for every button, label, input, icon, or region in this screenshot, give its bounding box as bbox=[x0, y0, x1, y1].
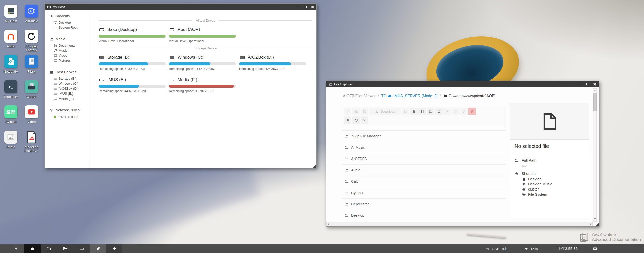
desktop-icon-writea[interactable]: WriteA bbox=[21, 80, 42, 105]
file-icon bbox=[540, 110, 559, 133]
paste-button[interactable] bbox=[410, 108, 418, 115]
drive-card-windows-c[interactable]: Windows (C:) Remaining space: 114.42G/30… bbox=[169, 55, 239, 71]
drive-card-base-desktop[interactable]: Base (Desktop) Virtual Drive, Operationa… bbox=[99, 27, 169, 43]
sidebar-item-network-192-168-0-126[interactable]: 192.168.0.126 bbox=[54, 115, 90, 119]
desktop-icon-filary[interactable]: Filary bbox=[21, 55, 42, 80]
sidebar-item-arozbox-d[interactable]: ArOZBox (D:) bbox=[54, 87, 90, 90]
shortcut-desktop-music[interactable]: Desktop Music bbox=[522, 182, 585, 186]
file-row[interactable]: Cyinput bbox=[342, 187, 506, 199]
close-icon[interactable] bbox=[311, 5, 314, 9]
scroll-down-icon[interactable] bbox=[594, 218, 596, 220]
horizontal-scrollbar[interactable] bbox=[326, 222, 593, 226]
minimize-icon[interactable] bbox=[579, 84, 582, 84]
desktop-icon-notepada[interactable]: NotepadA bbox=[1, 55, 21, 80]
delete-button[interactable] bbox=[468, 108, 476, 115]
volume-status[interactable]: 15% bbox=[525, 247, 538, 251]
desktop-icon-terminala[interactable]: >_ TerminalA bbox=[1, 80, 21, 105]
scroll-left-icon[interactable] bbox=[328, 223, 329, 225]
desktop-icon-label: AirMusic bbox=[25, 19, 38, 23]
rename-button[interactable] bbox=[452, 108, 459, 115]
drive-icon bbox=[239, 55, 245, 60]
sidebar-item-windows-c[interactable]: Windows (C:) bbox=[54, 82, 90, 85]
refresh-button[interactable] bbox=[352, 116, 360, 124]
new-folder-button[interactable] bbox=[427, 108, 434, 115]
taskbar-dropdown-icon[interactable] bbox=[14, 248, 18, 250]
desktop-icon-ffmpeg-factory[interactable]: FFmpeg Factory bbox=[21, 30, 42, 55]
desktop-icon-photo[interactable]: Photo bbox=[1, 131, 21, 156]
sidebar-item-pictures[interactable]: Pictures bbox=[54, 59, 90, 62]
swap-button[interactable] bbox=[460, 108, 468, 115]
resize-grip[interactable] bbox=[313, 164, 316, 168]
shortcut-cluster[interactable]: cluster bbox=[522, 187, 585, 191]
open-button[interactable] bbox=[352, 108, 360, 115]
shortcut-desktop[interactable]: Desktop bbox=[522, 177, 585, 181]
cyinput-glyph: 速型 bbox=[6, 109, 15, 115]
scrollbar-thumb[interactable] bbox=[593, 93, 597, 111]
file-row[interactable]: Audio bbox=[342, 165, 506, 176]
maximize-icon[interactable] bbox=[304, 6, 307, 8]
copy-button[interactable] bbox=[402, 108, 409, 115]
scroll-up-icon[interactable] bbox=[594, 90, 596, 91]
sidebar-item-desktop[interactable]: Desktop bbox=[54, 21, 90, 24]
sidebar-item-imus-e[interactable]: IMUS (E:) bbox=[54, 92, 90, 96]
drive-card-arozbox-d[interactable]: ArOZBox (D:) Remaining space: 424.36G/1.… bbox=[239, 55, 309, 71]
file-row[interactable]: AirMusic bbox=[342, 142, 506, 153]
shortcut-file-system[interactable]: File System bbox=[522, 192, 585, 196]
desktop-icon-video[interactable]: Video bbox=[21, 105, 42, 131]
file-row[interactable]: ArOZDFS bbox=[342, 153, 506, 165]
taskbar-app-folder[interactable] bbox=[41, 244, 57, 253]
taskbar-app-my-host[interactable] bbox=[73, 244, 90, 253]
desktop-icon-airmusic[interactable]: AirMusic bbox=[21, 5, 42, 30]
drive-card-media-f[interactable]: Media (F:) Remaining space: 35.78G/1.53T bbox=[169, 77, 239, 93]
breadcrumb-server-link[interactable]: TC IMUS_SERVER (Mode: 2) bbox=[381, 93, 438, 98]
desktop-icon-audio[interactable]: Audio bbox=[1, 30, 21, 55]
usb-status[interactable]: USB Hub bbox=[486, 247, 507, 251]
watermark-line2: Advanced Documentation bbox=[592, 237, 641, 242]
upload-button[interactable] bbox=[435, 108, 443, 115]
my-host-titlebar[interactable]: My Host bbox=[45, 4, 316, 10]
file-row[interactable]: Desktop bbox=[342, 210, 506, 221]
file-row[interactable]: 7-Zip File Manager bbox=[342, 131, 506, 142]
file-row[interactable]: Deprecated bbox=[342, 199, 506, 210]
sidebar-item-video[interactable]: Video bbox=[54, 54, 90, 57]
taskbar-app-file-explorer[interactable] bbox=[57, 244, 73, 253]
cloud-icon bbox=[522, 187, 526, 191]
bookmark-button[interactable] bbox=[344, 116, 351, 124]
sidebar-item-documents[interactable]: Documents bbox=[54, 44, 90, 47]
breadcrumb-root[interactable]: ArOZβ Files Viewer bbox=[343, 93, 376, 98]
file-explorer-window: File Explorer ArOZβ Files Viewer / TC IM… bbox=[326, 81, 599, 227]
close-icon[interactable] bbox=[593, 83, 596, 86]
drive-card-imus-e[interactable]: IMUS (E:) Remaining space: 44.69G/111.79… bbox=[99, 77, 169, 93]
desktop-icon-cyinput[interactable]: 速型 Cyinput bbox=[1, 105, 21, 131]
resize-grip[interactable] bbox=[595, 223, 599, 226]
open-in-new-button[interactable] bbox=[361, 108, 368, 115]
minimize-icon[interactable] bbox=[297, 7, 300, 7]
file-explorer-titlebar[interactable]: File Explorer bbox=[326, 81, 599, 87]
sidebar-item-system-root[interactable]: System Root bbox=[54, 26, 90, 29]
desktop-icon-my-host[interactable]: My Host bbox=[1, 5, 21, 30]
drive-name: ArOZBox (D:) bbox=[248, 55, 274, 60]
taskbar-add-button[interactable] bbox=[106, 244, 122, 253]
up-button[interactable] bbox=[344, 108, 351, 115]
new-file-button[interactable] bbox=[418, 108, 426, 115]
sidebar-item-storage-b[interactable]: Storage (B:) bbox=[54, 77, 90, 80]
drive-icon bbox=[169, 27, 175, 33]
notifications-button[interactable] bbox=[593, 247, 597, 251]
taskbar-app-cloud[interactable] bbox=[24, 244, 41, 253]
drive-icon bbox=[169, 55, 175, 60]
cut-button[interactable] bbox=[443, 108, 451, 115]
scroll-right-icon[interactable] bbox=[590, 223, 591, 225]
file-row[interactable]: Calc bbox=[342, 176, 506, 187]
taskbar-app-leaf[interactable] bbox=[90, 244, 106, 253]
help-button[interactable]: ? bbox=[361, 116, 368, 124]
drive-card-root-aor[interactable]: Root (AOR) Virtual Drive, Operational bbox=[169, 27, 239, 43]
maximize-icon[interactable] bbox=[586, 83, 589, 85]
sidebar-item-music[interactable]: Music bbox=[54, 49, 90, 52]
vertical-scrollbar[interactable] bbox=[593, 88, 597, 222]
file-name: AirMusic bbox=[351, 145, 365, 149]
taskbar-clock[interactable]: 下午3:55:36 bbox=[558, 246, 578, 251]
download-button[interactable]: Download bbox=[369, 108, 401, 115]
sidebar-item-media-f[interactable]: Media (F:) bbox=[54, 97, 90, 101]
desktop-icon-modeling-pdf[interactable]: Modeling Local G... bbox=[21, 131, 42, 156]
drive-card-storage-b[interactable]: Storage (B:) Remaining space: 713.64G/2.… bbox=[99, 55, 169, 71]
